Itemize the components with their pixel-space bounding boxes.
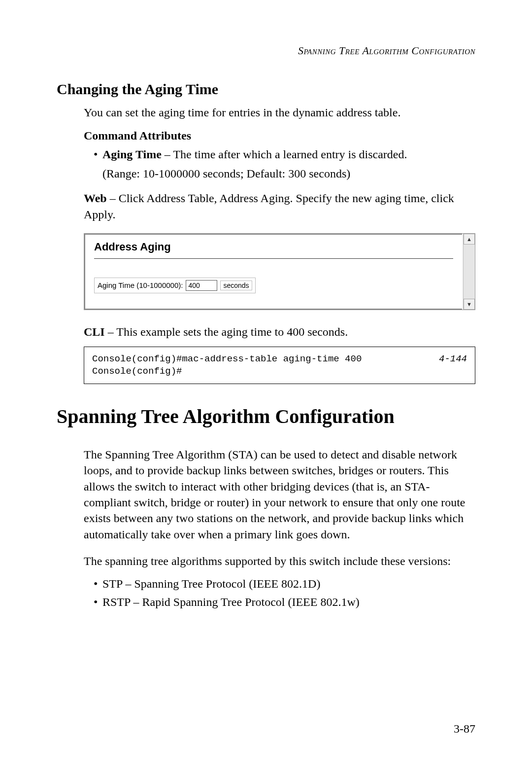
web-label: Web <box>84 192 107 205</box>
page-number: 3-87 <box>454 722 475 736</box>
web-text: – Click Address Table, Address Aging. Sp… <box>84 192 454 220</box>
protocol-list: STP – Spanning Tree Protocol (IEEE 802.1… <box>94 576 475 610</box>
cli-label: CLI <box>84 325 105 338</box>
attributes-list: Aging Time – The time after which a lear… <box>94 146 475 181</box>
scroll-down-icon[interactable]: ▼ <box>464 299 475 310</box>
command-attributes-label: Command Attributes <box>84 129 475 142</box>
list-item: STP – Spanning Tree Protocol (IEEE 802.1… <box>94 576 475 592</box>
intro-text: You can set the aging time for entries i… <box>84 105 475 120</box>
section-heading: Changing the Aging Time <box>57 81 475 98</box>
list-item: Aging Time – The time after which a lear… <box>94 146 475 181</box>
scroll-up-icon[interactable]: ▲ <box>464 234 475 245</box>
cli-line2: Console(config)# <box>92 366 182 377</box>
chapter-heading: Spanning Tree Algorithm Configuration <box>57 405 475 428</box>
divider <box>94 258 453 259</box>
cli-example: 4-144Console(config)#mac-address-table a… <box>84 347 475 384</box>
cli-text: – This example sets the aging time to 40… <box>105 325 348 338</box>
attr-name: Aging Time <box>102 148 162 161</box>
address-aging-panel: Address Aging Aging Time (10-1000000): s… <box>84 233 475 310</box>
web-instruction: Web – Click Address Table, Address Aging… <box>84 190 475 222</box>
cli-line1: Console(config)#mac-address-table aging-… <box>92 353 362 364</box>
panel-title: Address Aging <box>94 241 453 253</box>
running-header: Spanning Tree Algorithm Configuration <box>57 44 475 57</box>
panel-inner: Address Aging Aging Time (10-1000000): s… <box>84 234 462 310</box>
scrollbar[interactable]: ▲ ▼ <box>463 234 475 310</box>
chapter-para2: The spanning tree algorithms supported b… <box>84 553 475 569</box>
cli-instruction: CLI – This example sets the aging time t… <box>84 324 475 340</box>
cli-ref: 4-144 <box>439 353 467 365</box>
aging-time-unit: seconds <box>220 281 252 290</box>
aging-time-row: Aging Time (10-1000000): seconds <box>94 278 256 293</box>
attr-range: (Range: 10-1000000 seconds; Default: 300… <box>102 166 475 181</box>
aging-time-label: Aging Time (10-1000000): <box>98 281 183 289</box>
list-item: RSTP – Rapid Spanning Tree Protocol (IEE… <box>94 594 475 610</box>
attr-desc: – The time after which a learned entry i… <box>162 148 407 161</box>
chapter-para1: The Spanning Tree Algorithm (STA) can be… <box>84 447 475 542</box>
aging-time-input[interactable] <box>186 280 217 291</box>
